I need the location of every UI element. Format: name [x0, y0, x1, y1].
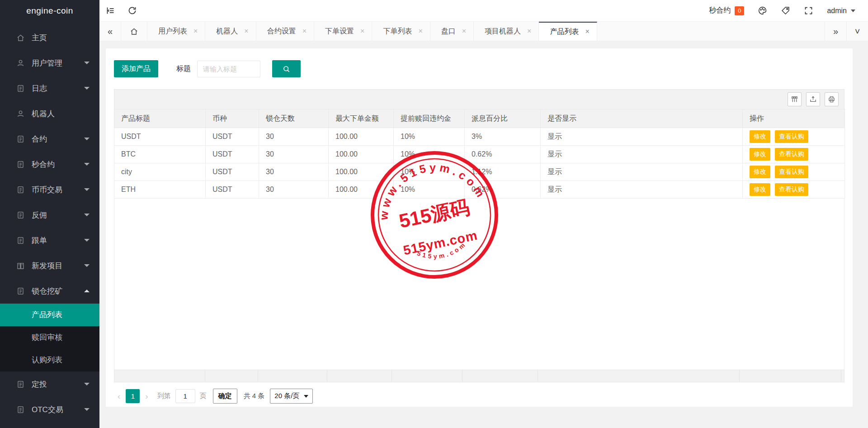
- palette-icon[interactable]: [758, 6, 767, 15]
- tab-depth[interactable]: 盘口×: [430, 22, 474, 41]
- page-next-button[interactable]: ›: [142, 391, 151, 401]
- table-toolbar: [114, 89, 844, 109]
- strip-cell: [258, 370, 327, 382]
- view-subscriptions-button[interactable]: 查看认购: [775, 130, 808, 143]
- tab-contract-settings[interactable]: 合约设置×: [256, 22, 314, 41]
- admin-app: engine-coin 主页用户管理日志机器人合约秒合约币币交易反佣跟单新发项目…: [0, 0, 868, 428]
- confirm-page-button[interactable]: 确定: [213, 389, 237, 404]
- print-button[interactable]: [825, 92, 839, 106]
- tabs-scroll-left-button[interactable]: «: [99, 22, 121, 41]
- cell-max: 100.00: [329, 128, 394, 146]
- page-prev-button[interactable]: ‹: [114, 391, 124, 401]
- goto-page-input[interactable]: [175, 389, 195, 403]
- tab-home[interactable]: [121, 22, 147, 41]
- tab-label: 机器人: [216, 27, 238, 36]
- close-icon[interactable]: ×: [193, 27, 198, 35]
- refresh-icon[interactable]: [121, 0, 143, 21]
- sidebar-item-otc-trade[interactable]: OTC交易: [0, 397, 99, 422]
- tab-robots[interactable]: 机器人×: [205, 22, 256, 41]
- print-icon: [828, 95, 835, 103]
- user-menu[interactable]: admin: [827, 7, 855, 15]
- sidebar-item-product-list[interactable]: 产品列表: [0, 304, 99, 326]
- tab-label: 下单设置: [325, 27, 354, 36]
- sidebar-item-home[interactable]: 主页: [0, 25, 99, 50]
- chevron-down-icon: [84, 62, 90, 64]
- tab-user-list[interactable]: 用户列表×: [147, 22, 205, 41]
- sidebar-item-robots[interactable]: 机器人: [0, 101, 99, 126]
- edit-button[interactable]: 修改: [750, 183, 770, 196]
- sidebar-item-second-contracts[interactable]: 秒合约: [0, 152, 99, 177]
- menu-collapse-icon[interactable]: [99, 0, 121, 21]
- strip-cell: [462, 370, 538, 382]
- edit-button[interactable]: 修改: [750, 166, 770, 178]
- add-product-button[interactable]: 添加产品: [114, 60, 158, 77]
- tabbar-spacer: [597, 22, 825, 41]
- close-icon[interactable]: ×: [585, 28, 589, 36]
- main-content: 添加产品 标题: [99, 41, 868, 428]
- close-icon[interactable]: ×: [244, 27, 248, 35]
- tab-order-settings[interactable]: 下单设置×: [314, 22, 372, 41]
- sidebar-item-coin-trade[interactable]: 币币交易: [0, 177, 99, 202]
- title-search-input[interactable]: [197, 61, 260, 77]
- tab-project-robots[interactable]: 项目机器人×: [474, 22, 539, 41]
- cell-penalty: 10%: [394, 181, 465, 199]
- title-filter-label: 标题: [176, 64, 191, 74]
- doc-icon: [16, 380, 25, 389]
- strip-cell: [114, 370, 205, 382]
- close-icon[interactable]: ×: [527, 27, 531, 35]
- search-button[interactable]: [272, 60, 301, 77]
- sidebar-item-rebate[interactable]: 反佣: [0, 202, 99, 228]
- edit-button[interactable]: 修改: [750, 148, 770, 161]
- tag-icon[interactable]: [781, 6, 790, 15]
- column-header: 派息百分比: [465, 109, 541, 128]
- sidebar-item-contracts[interactable]: 合约: [0, 126, 99, 152]
- cell-penalty: 10%: [394, 146, 465, 163]
- badge-count: 0: [735, 6, 744, 15]
- close-icon[interactable]: ×: [302, 27, 307, 35]
- sidebar-item-lock-mining[interactable]: 锁仓挖矿: [0, 278, 99, 304]
- sidebar-item-subscribe-list[interactable]: 认购列表: [0, 349, 99, 371]
- table-bottom-strip[interactable]: [114, 370, 844, 382]
- close-icon[interactable]: ×: [462, 27, 466, 35]
- table-header-row: 产品标题币种锁仓天数最大下单金额提前赎回违约金派息百分比是否显示操作: [114, 109, 845, 128]
- tabs-dropdown-button[interactable]: ˅: [846, 22, 868, 41]
- per-page-select[interactable]: 20 条/页: [270, 389, 313, 404]
- sidebar-item-redeem-audit[interactable]: 赎回审核: [0, 326, 99, 349]
- filter-columns-button[interactable]: [788, 92, 802, 106]
- table-row: cityUSDT30100.0010%1.12%显示修改查看认购: [114, 163, 845, 181]
- fullscreen-icon[interactable]: [804, 6, 813, 15]
- sidebar-item-user-management[interactable]: 用户管理: [0, 50, 99, 76]
- tab-order-list[interactable]: 下单列表×: [372, 22, 430, 41]
- view-subscriptions-button[interactable]: 查看认购: [775, 166, 808, 178]
- sidebar-item-follow-orders[interactable]: 跟单: [0, 228, 99, 253]
- sidebar-item-label: 跟单: [32, 235, 47, 246]
- strip-cell: [740, 370, 841, 382]
- tabs-scroll-right-button[interactable]: »: [825, 22, 846, 41]
- sidebar-item-logs[interactable]: 日志: [0, 76, 99, 101]
- cell-title: ETH: [114, 181, 206, 199]
- doc-icon: [16, 236, 25, 245]
- cell-visible: 显示: [541, 163, 743, 181]
- column-header: 最大下单金额: [329, 109, 394, 128]
- column-header: 提前赎回违约金: [394, 109, 465, 128]
- cell-title: USDT: [114, 128, 206, 146]
- cell-interest: 0.62%: [465, 146, 541, 163]
- close-icon[interactable]: ×: [360, 27, 364, 35]
- home-icon: [16, 33, 25, 42]
- page-number-current[interactable]: 1: [126, 389, 140, 403]
- strip-cell: [205, 370, 258, 382]
- sidebar-item-new-projects[interactable]: 新发项目: [0, 253, 99, 278]
- column-header: 是否显示: [541, 109, 743, 128]
- sidebar-item-fixed-invest[interactable]: 定投: [0, 371, 99, 397]
- close-icon[interactable]: ×: [418, 27, 422, 35]
- view-subscriptions-button[interactable]: 查看认购: [775, 183, 808, 196]
- tab-product-list[interactable]: 产品列表×: [539, 22, 597, 41]
- sidebar-item-label: 反佣: [32, 210, 47, 220]
- chevron-down-icon: [84, 188, 90, 191]
- second-contract-badge[interactable]: 秒合约 0: [709, 6, 744, 15]
- tab-label: 下单列表: [383, 27, 412, 36]
- edit-button[interactable]: 修改: [750, 130, 770, 143]
- cell-penalty: 10%: [394, 128, 465, 146]
- view-subscriptions-button[interactable]: 查看认购: [775, 148, 808, 161]
- export-button[interactable]: [806, 92, 820, 106]
